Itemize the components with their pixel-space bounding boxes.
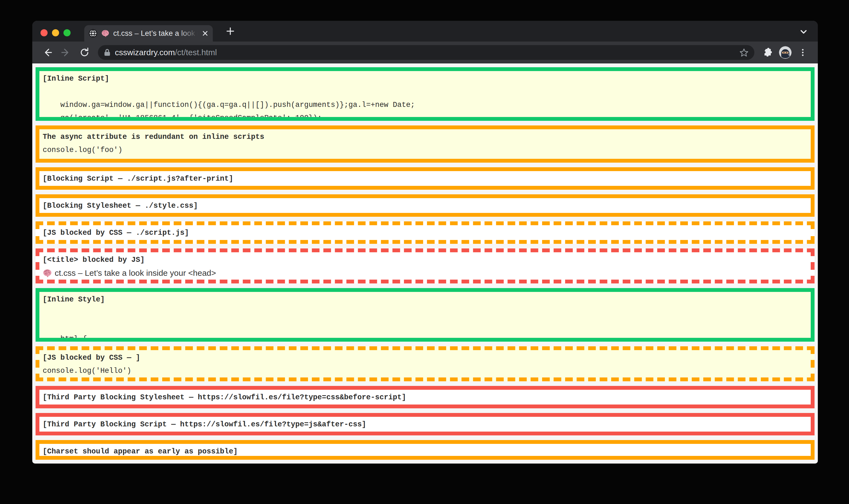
ninja-avatar[interactable]: [779, 46, 792, 59]
browser-tab[interactable]: ct.css – Let’s take a look ins: [84, 25, 213, 41]
box-label: [Blocking Stylesheet — ./style.css]: [43, 199, 808, 212]
box-label: [Inline Style]: [43, 293, 808, 306]
box-code: html {: [43, 306, 808, 342]
close-tab-icon[interactable]: [202, 30, 208, 37]
box-code: window.ga=window.ga||function(){(ga.q=ga…: [43, 85, 808, 121]
box-label: [JS blocked by CSS — ./script.js]: [43, 226, 808, 239]
ct-box-third-party-stylesheet: [Third Party Blocking Stylesheet — https…: [36, 386, 815, 408]
ct-box-async-redundant: The async attribute is redundant on inli…: [36, 125, 815, 163]
browser-toolbar: csswizardry.com/ct/test.html: [32, 41, 818, 64]
ct-box-charset: [Charset should appear as early as possi…: [36, 440, 815, 460]
box-label: [JS blocked by CSS — ]: [43, 351, 808, 364]
brain-icon: [43, 268, 52, 278]
ct-box-third-party-script: [Third Party Blocking Script — https://s…: [36, 413, 815, 435]
box-label: [Third Party Blocking Stylesheet — https…: [43, 391, 808, 404]
ct-box-blocking-script: [Blocking Script — ./script.js?after-pri…: [36, 167, 815, 190]
box-label: The async attribute is redundant on inli…: [43, 130, 808, 144]
tab-strip: ct.css – Let’s take a look ins: [32, 21, 818, 41]
chevron-down-icon[interactable]: [799, 27, 809, 37]
box-label: [Blocking Script — ./script.js?after-pri…: [43, 172, 808, 185]
tab-title: ct.css – Let’s take a look ins: [113, 29, 198, 38]
new-tab-button[interactable]: [224, 24, 237, 38]
back-button[interactable]: [40, 45, 55, 60]
close-window-button[interactable]: [40, 29, 48, 36]
box-label: [<title> blocked by JS]: [43, 253, 808, 267]
lock-icon[interactable]: [104, 49, 110, 56]
puzzle-icon[interactable]: [760, 45, 775, 60]
box-code: console.log('Hello'): [43, 364, 808, 377]
brain-icon: [101, 29, 109, 37]
three-dot-menu-icon[interactable]: [795, 45, 810, 60]
ct-box-js-blocked-by-css: [JS blocked by CSS — ./script.js]: [36, 221, 815, 244]
star-icon[interactable]: [740, 48, 748, 57]
page-title-preview: ct.css – Let’s take a look inside your <…: [43, 267, 808, 280]
ct-box-title-blocked-by-js: [<title> blocked by JS] ct.css – Let’s t…: [36, 249, 815, 284]
forward-button[interactable]: [58, 45, 73, 60]
url-text: csswizardry.com/ct/test.html: [115, 48, 217, 57]
page-viewport[interactable]: [Inline Script] window.ga=window.ga||fun…: [32, 64, 818, 464]
window-controls: [40, 29, 71, 36]
box-label: [Third Party Blocking Script — https://s…: [43, 418, 808, 431]
reload-button[interactable]: [77, 45, 92, 60]
ct-box-js-blocked-by-css-inline: [JS blocked by CSS — ] console.log('Hell…: [36, 346, 815, 381]
globe-icon: [89, 29, 97, 38]
address-bar[interactable]: csswizardry.com/ct/test.html: [98, 45, 755, 60]
box-code: console.log('foo'): [43, 144, 808, 157]
browser-window: ct.css – Let’s take a look ins: [32, 21, 818, 464]
ct-box-blocking-stylesheet: [Blocking Stylesheet — ./style.css]: [36, 194, 815, 217]
box-label: [Charset should appear as early as possi…: [43, 445, 808, 458]
minimize-window-button[interactable]: [52, 29, 59, 36]
maximize-window-button[interactable]: [64, 29, 71, 36]
box-label: [Inline Script]: [43, 72, 808, 85]
ct-box-inline-script: [Inline Script] window.ga=window.ga||fun…: [36, 67, 815, 121]
ct-box-inline-style: [Inline Style] html {: [36, 288, 815, 342]
